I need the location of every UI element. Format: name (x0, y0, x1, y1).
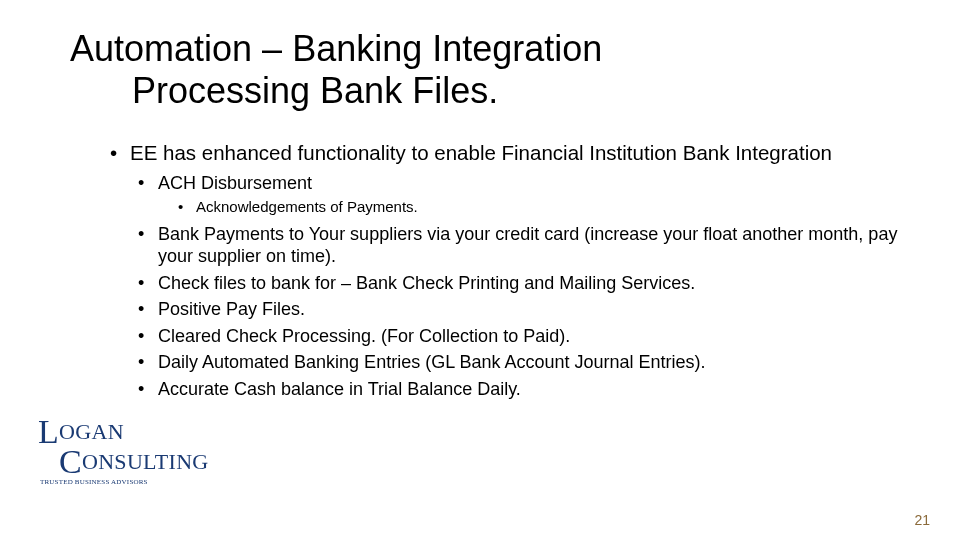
bullet-level2: Check files to bank for – Bank Check Pri… (136, 272, 928, 295)
bullet-level3: Acknowledgements of Payments. (176, 198, 928, 217)
logo-word2-rest: ONSULTING (82, 449, 209, 474)
bullet-level2: ACH Disbursement (136, 172, 928, 195)
bullet-level2: Daily Automated Banking Entries (GL Bank… (136, 351, 928, 374)
page-number: 21 (914, 512, 930, 528)
logo-text: LOGAN CONSULTING (38, 412, 208, 475)
company-logo: LOGAN CONSULTING TRUSTED BUSINESS ADVISO… (38, 412, 208, 482)
logo-word1-rest: OGAN (59, 419, 124, 444)
title-line-1: Automation – Banking Integration (70, 28, 602, 70)
title-line-2: Processing Bank Files. (132, 70, 602, 112)
slide-body: EE has enhanced functionality to enable … (108, 140, 928, 404)
bullet-level1: EE has enhanced functionality to enable … (108, 140, 928, 166)
slide-title: Automation – Banking Integration Process… (70, 28, 602, 113)
bullet-level2: Accurate Cash balance in Trial Balance D… (136, 378, 928, 401)
bullet-level2: Bank Payments to Your suppliers via your… (136, 223, 928, 268)
slide: Automation – Banking Integration Process… (0, 0, 960, 540)
bullet-level2: Cleared Check Processing. (For Collectio… (136, 325, 928, 348)
bullet-level2: Positive Pay Files. (136, 298, 928, 321)
